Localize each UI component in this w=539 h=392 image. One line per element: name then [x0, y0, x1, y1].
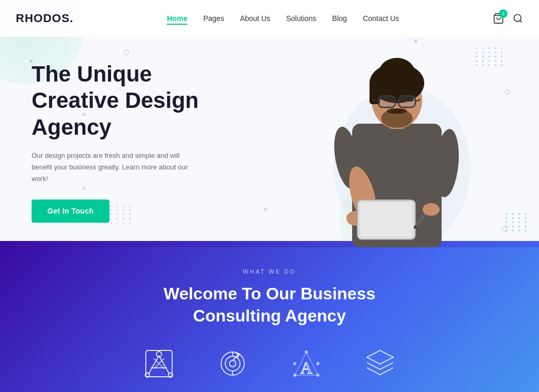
services-title: Welcome To Our Business Consulting Agenc…: [164, 283, 375, 327]
service-layers: [364, 348, 396, 379]
typography-icon: A: [291, 348, 322, 379]
nav-home[interactable]: Home: [167, 14, 187, 23]
svg-point-22: [392, 108, 407, 114]
cart-badge: 0: [499, 9, 507, 18]
target-icon: [217, 348, 248, 379]
search-icon: [513, 13, 523, 24]
hero-image: [297, 32, 497, 247]
logo: RHODOS.: [16, 12, 74, 25]
search-button[interactable]: [513, 13, 523, 24]
cta-button[interactable]: Get In Touch: [32, 200, 109, 223]
header: RHODOS. Home Pages About Us Solutions Bl…: [0, 0, 539, 37]
deco-sm-circle-3: [505, 89, 510, 95]
nav-icons: 0: [493, 13, 523, 24]
services-row: A: [143, 348, 396, 379]
person-illustration: [313, 37, 481, 247]
service-typography: A: [291, 348, 322, 379]
hero-content: The Unique Creative Design Agency Our de…: [32, 61, 242, 223]
hero-section: × × × × × const dtr = document.currentSc…: [0, 0, 539, 247]
cart-button[interactable]: 0: [493, 13, 504, 24]
svg-point-1: [514, 15, 521, 22]
service-target: [217, 348, 248, 379]
svg-point-29: [423, 203, 440, 216]
svg-rect-18: [378, 96, 395, 107]
svg-point-50: [316, 362, 320, 365]
nav-blog[interactable]: Blog: [332, 14, 347, 23]
services-section: WHAT WE DO Welcome To Our Business Consu…: [0, 247, 539, 392]
nav-solutions[interactable]: Solutions: [286, 14, 317, 23]
svg-point-40: [225, 356, 240, 371]
hero-title: The Unique Creative Design Agency: [32, 61, 242, 140]
svg-point-28: [414, 226, 417, 229]
svg-rect-26: [360, 203, 413, 237]
nav-about[interactable]: About Us: [240, 14, 271, 23]
nav-pages[interactable]: Pages: [203, 14, 224, 23]
svg-rect-19: [398, 96, 415, 107]
deco-x-5: ×: [263, 205, 267, 214]
layers-icon: [364, 348, 396, 379]
nav: Home Pages About Us Solutions Blog Conta…: [167, 14, 399, 23]
svg-point-46: [305, 350, 308, 354]
svg-line-2: [520, 21, 522, 23]
svg-point-49: [293, 362, 296, 365]
what-we-do-eyebrow: WHAT WE DO: [243, 268, 296, 275]
service-design: [143, 348, 175, 379]
svg-point-41: [229, 360, 236, 367]
svg-marker-54: [367, 350, 393, 364]
design-icon: [143, 348, 175, 379]
deco-sm-circle-1: [124, 50, 129, 55]
hero-subtitle: Our design projects are fresh and simple…: [32, 150, 200, 185]
deco-dots-green-br: const dgr = document.currentScript.paren…: [506, 213, 528, 232]
nav-contact[interactable]: Contact Us: [363, 14, 399, 23]
